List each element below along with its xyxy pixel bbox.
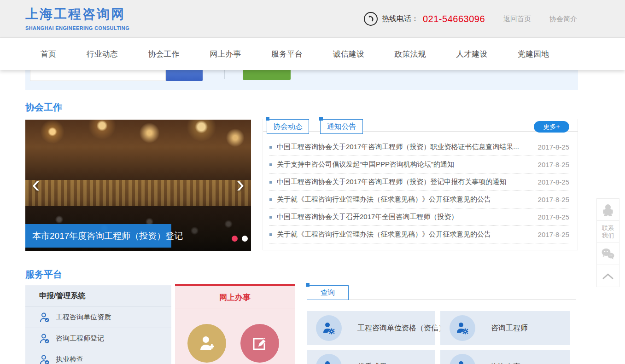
query-panel: 查询 工程咨询单位资格（资信） 咨询工程师 优秀成果 咨询专家 (307, 285, 576, 364)
news-list: 中国工程咨询协会关于2017年咨询工程师（投资）职业资格证书信息查询结果... … (269, 139, 569, 243)
more-button[interactable]: 更多+ (534, 121, 569, 133)
wechat-icon (601, 247, 615, 261)
nav-item-online-services[interactable]: 网上办事 (210, 49, 241, 59)
nav-item-party-building[interactable]: 党建园地 (518, 49, 549, 59)
declare-manage-panel: 申报/管理系统 工程咨询单位资质 咨询工程师登记 执业检查 (25, 285, 171, 364)
news-row[interactable]: 关于就《工程咨询行业管理办法（征求意见稿）》公开征求意见的公告 2017-8-2… (269, 191, 569, 208)
nav-item-industry-news[interactable]: 行业动态 (87, 49, 118, 59)
person-gear-icon (316, 354, 342, 364)
news-row[interactable]: 中国工程咨询协会关于召开2017年全国咨询工程师（投资） 2017-8-25 (269, 208, 569, 226)
online-card-divider (175, 308, 295, 308)
header-right: 热线电话： 021-54663096 返回首页 协会简介 (364, 0, 577, 38)
declare-item-practice-inspection[interactable]: 执业检查 (25, 349, 171, 364)
site-title: 上海工程咨询网 (25, 6, 129, 23)
carousel-dot[interactable] (242, 236, 248, 242)
news-panel: 协会动态 通知公告 更多+ 中国工程咨询协会关于2017年咨询工程师（投资）职业… (263, 119, 578, 250)
query-tile-consulting-engineer[interactable]: 咨询工程师 (440, 311, 570, 345)
query-tile-achievements[interactable]: 优秀成果 (307, 350, 435, 364)
bullet-icon (269, 216, 272, 219)
person-check-icon (39, 354, 50, 364)
back-to-top-button[interactable] (596, 265, 619, 287)
hotline-label: 热线电话： (382, 14, 419, 24)
bullet-icon (269, 163, 272, 166)
contact-us-label: 联系我们 (601, 225, 615, 239)
tab-notices[interactable]: 通知公告 (320, 119, 363, 134)
tab-association-dynamics[interactable]: 协会动态 (267, 119, 309, 134)
nav-item-integrity[interactable]: 诚信建设 (333, 49, 364, 59)
site-subtitle: SHANGHAI ENGINEERING CONSULTING (25, 25, 129, 31)
news-row[interactable]: 中国工程咨询协会关于2017年咨询工程师（投资）登记申报有关事项的通知 2017… (269, 173, 569, 191)
bullet-icon (269, 233, 272, 236)
page: 上海工程咨询网 SHANGHAI ENGINEERING CONSULTING … (0, 0, 625, 364)
person-check-icon (39, 312, 50, 323)
declare-panel-title: 申报/管理系统 (39, 285, 85, 306)
band-divider (224, 70, 225, 79)
tabs-underline (263, 131, 578, 132)
edit-icon (251, 334, 269, 352)
main-navbar: 首页 行业动态 协会工作 网上办事 服务平台 诚信建设 政策法规 人才建设 党建… (0, 38, 625, 70)
declare-item-unit-qualification[interactable]: 工程咨询单位资质 (25, 306, 171, 328)
phone-icon (364, 12, 378, 26)
hotline-number: 021-54663096 (423, 14, 485, 24)
wechat-button[interactable] (596, 243, 619, 265)
nav-item-service-platform[interactable]: 服务平台 (271, 49, 303, 59)
person-gear-icon (450, 354, 475, 364)
hotline: 热线电话： 021-54663096 (364, 12, 485, 26)
news-row[interactable]: 中国工程咨询协会关于2017年咨询工程师（投资）职业资格证书信息查询结果... … (269, 139, 569, 156)
person-gear-icon (316, 315, 342, 341)
query-tile-unit-credit[interactable]: 工程咨询单位资格（资信） (307, 311, 435, 345)
nav-item-talent[interactable]: 人才建设 (456, 49, 487, 59)
carousel-prev-icon[interactable]: ‹ (28, 171, 44, 199)
person-check-icon (39, 333, 50, 344)
bullet-icon (269, 198, 272, 201)
news-row[interactable]: 关于就《工程咨询行业管理办法（征求意见稿）》公开征求意见的公告 2017-8-2… (269, 226, 569, 243)
online-apply-button[interactable] (240, 324, 279, 363)
section-title-association-work: 协会工作 (25, 101, 62, 114)
site-logo[interactable]: 上海工程咨询网 SHANGHAI ENGINEERING CONSULTING (25, 6, 129, 31)
nav-items: 首页 行业动态 协会工作 网上办事 服务平台 诚信建设 政策法规 人才建设 党建… (41, 38, 549, 70)
nav-item-association-work[interactable]: 协会工作 (148, 49, 180, 59)
query-tile-experts[interactable]: 咨询专家 (440, 350, 570, 364)
qq-contact-button[interactable] (596, 198, 619, 221)
floating-sidebar: 联系我们 (596, 199, 619, 287)
nav-item-home[interactable]: 首页 (41, 49, 56, 59)
online-card-title: 网上办事 (175, 292, 295, 303)
carousel-dot-active[interactable] (232, 236, 238, 242)
carousel: ‹ › 本市2017年度咨询工程师（投资）登记 (25, 120, 251, 251)
chevron-up-icon (602, 272, 614, 280)
register-user-button[interactable] (187, 324, 226, 363)
bullet-icon (269, 181, 272, 184)
top-header: 上海工程咨询网 SHANGHAI ENGINEERING CONSULTING … (0, 0, 625, 38)
declare-item-engineer-registration[interactable]: 咨询工程师登记 (25, 328, 171, 349)
bullet-icon (269, 146, 272, 149)
tab-query[interactable]: 查询 (307, 285, 349, 300)
carousel-photo (25, 120, 251, 180)
person-gear-icon (450, 315, 475, 341)
search-band (25, 70, 578, 90)
section-title-service-platform: 服务平台 (25, 268, 62, 281)
carousel-dots (232, 236, 248, 242)
carousel-next-icon[interactable]: › (233, 171, 248, 199)
news-row[interactable]: 关于支持中咨公司倡议发起“中国PPP咨询机构论坛”的通知 2017-8-25 (269, 156, 569, 173)
qq-penguin-icon (601, 203, 615, 217)
online-services-card: 网上办事 (175, 284, 295, 364)
carousel-caption[interactable]: 本市2017年度咨询工程师（投资）登记 (25, 224, 171, 248)
link-association-intro[interactable]: 协会简介 (543, 15, 577, 23)
nav-item-policies[interactable]: 政策法规 (395, 49, 426, 59)
person-plus-icon (197, 334, 216, 353)
link-return-home[interactable]: 返回首页 (497, 15, 531, 23)
contact-us-button[interactable]: 联系我们 (596, 220, 619, 243)
